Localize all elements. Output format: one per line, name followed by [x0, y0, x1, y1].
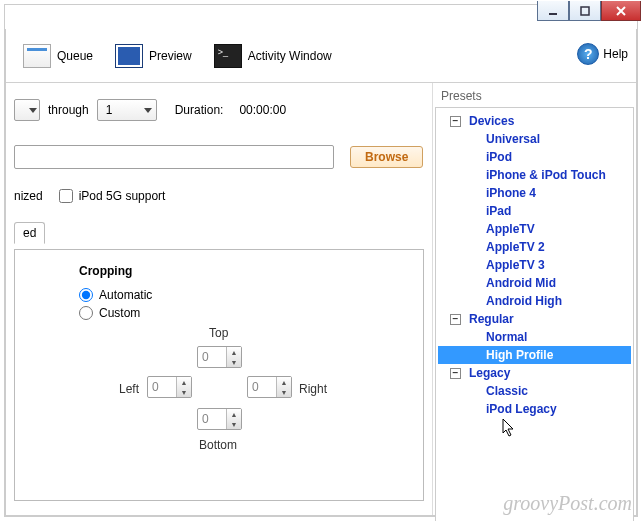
toolbar: Queue Preview Activity Window ? Help [6, 29, 636, 83]
preset-item[interactable]: AppleTV 3 [438, 256, 631, 274]
crop-custom-input[interactable] [79, 306, 93, 320]
ipod-5g-checkbox[interactable]: iPod 5G support [59, 189, 166, 203]
preset-item[interactable]: AppleTV [438, 220, 631, 238]
crop-right-spin[interactable]: ▲▼ [247, 376, 292, 398]
crop-auto-input[interactable] [79, 288, 93, 302]
maximize-button[interactable] [569, 1, 601, 21]
help-icon: ? [577, 43, 599, 65]
preset-category[interactable]: −Devices [438, 112, 631, 130]
source-path-input[interactable] [14, 145, 334, 169]
preset-item[interactable]: Android High [438, 292, 631, 310]
ipod-5g-check-input[interactable] [59, 189, 73, 203]
chapter-end-value: 1 [106, 103, 113, 117]
crop-right-label: Right [299, 382, 327, 396]
preset-item[interactable]: Classic [438, 382, 631, 400]
preset-item[interactable]: Android Mid [438, 274, 631, 292]
queue-label: Queue [57, 49, 93, 63]
crop-left-input[interactable] [148, 380, 176, 394]
preview-button[interactable]: Preview [106, 39, 201, 73]
collapse-icon[interactable]: − [450, 116, 461, 127]
picture-panel: Cropping Automatic Custom Top ▲▼ [14, 249, 424, 501]
crop-bottom-input[interactable] [198, 412, 226, 426]
presets-title: Presets [433, 87, 636, 107]
activity-button[interactable]: Activity Window [205, 39, 341, 73]
close-button[interactable] [601, 1, 641, 21]
browse-button[interactable]: Browse [350, 146, 423, 168]
crop-top-spin[interactable]: ▲▼ [197, 346, 242, 368]
svg-rect-1 [581, 7, 589, 15]
tab-stub[interactable]: ed [14, 222, 45, 244]
cropping-title: Cropping [31, 264, 407, 278]
crop-auto-label: Automatic [99, 288, 152, 302]
duration-label: Duration: [175, 103, 224, 117]
crop-right-input[interactable] [248, 380, 276, 394]
preset-item[interactable]: iPhone 4 [438, 184, 631, 202]
preview-icon [115, 44, 143, 68]
through-label: through [48, 103, 89, 117]
ipod-5g-label: iPod 5G support [79, 189, 166, 203]
crop-left-label: Left [119, 382, 139, 396]
preset-item[interactable]: iPad [438, 202, 631, 220]
preset-item[interactable]: iPhone & iPod Touch [438, 166, 631, 184]
preset-item[interactable]: Universal [438, 130, 631, 148]
preset-item[interactable]: High Profile [438, 346, 631, 364]
help-label: Help [603, 47, 628, 61]
crop-left-spin[interactable]: ▲▼ [147, 376, 192, 398]
preview-label: Preview [149, 49, 192, 63]
crop-auto-radio[interactable]: Automatic [31, 288, 407, 302]
help-button[interactable]: ? Help [577, 43, 628, 65]
preset-item[interactable]: iPod Legacy [438, 400, 631, 418]
crop-grid: Top ▲▼ Left ▲▼ ▲▼ Right ▲▼ [91, 326, 351, 476]
presets-tree[interactable]: −DevicesUniversaliPodiPhone & iPod Touch… [436, 108, 633, 422]
presets-pane: Presets −DevicesUniversaliPodiPhone & iP… [432, 83, 636, 515]
activity-label: Activity Window [248, 49, 332, 63]
watermark: groovyPost.com [503, 492, 632, 515]
crop-top-label: Top [209, 326, 228, 340]
crop-top-input[interactable] [198, 350, 226, 364]
collapse-icon[interactable]: − [450, 368, 461, 379]
crop-bottom-label: Bottom [199, 438, 237, 452]
crop-bottom-spin[interactable]: ▲▼ [197, 408, 242, 430]
queue-button[interactable]: Queue [14, 39, 102, 73]
terminal-icon [214, 44, 242, 68]
optimized-suffix: nized [14, 189, 43, 203]
duration-value: 00:00:00 [239, 103, 286, 117]
chapter-start-combo[interactable] [14, 99, 40, 121]
minimize-button[interactable] [537, 1, 569, 21]
preset-category[interactable]: −Legacy [438, 364, 631, 382]
preset-category[interactable]: −Regular [438, 310, 631, 328]
crop-custom-radio[interactable]: Custom [31, 306, 407, 320]
preset-item[interactable]: Normal [438, 328, 631, 346]
queue-icon [23, 44, 51, 68]
crop-custom-label: Custom [99, 306, 140, 320]
collapse-icon[interactable]: − [450, 314, 461, 325]
preset-item[interactable]: AppleTV 2 [438, 238, 631, 256]
chapter-end-combo[interactable]: 1 [97, 99, 157, 121]
preset-item[interactable]: iPod [438, 148, 631, 166]
